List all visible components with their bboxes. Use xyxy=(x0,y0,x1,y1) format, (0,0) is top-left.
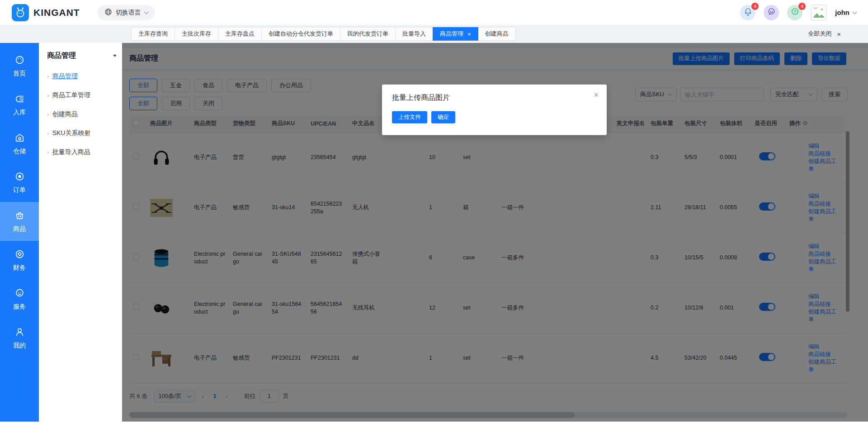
chevron-down-icon xyxy=(144,9,148,14)
sidebar-item-商品管理[interactable]: ›商品管理 xyxy=(47,72,122,80)
messages-button[interactable] xyxy=(764,5,779,20)
tab-label: 主批次库存 xyxy=(182,30,211,38)
sidebar-item-label: 批量导入商品 xyxy=(52,148,90,156)
sidebar-item-创建商品[interactable]: ›创建商品 xyxy=(47,110,122,118)
help-badge: 4 xyxy=(798,3,806,10)
username: john xyxy=(835,9,849,16)
app-header: KINGANT 切换语言 4 ? 4 john xyxy=(0,0,868,25)
close-all-tabs-button[interactable]: 全部关闭 × xyxy=(808,30,841,38)
chevron-right-icon: › xyxy=(47,130,49,137)
rail-item-label: 财务 xyxy=(13,264,26,272)
modal-title: 批量上传商品图片 xyxy=(392,93,597,103)
globe-icon xyxy=(104,8,112,17)
collapse-caret-icon xyxy=(113,55,117,57)
primary-nav-rail: 首页入库仓储订单商品财务服务我的 xyxy=(0,43,39,422)
rail-item-label: 仓储 xyxy=(13,147,26,155)
tab-批量导入[interactable]: 批量导入 xyxy=(395,27,433,41)
products-icon xyxy=(14,210,25,222)
sidebar-item-label: 商品工单管理 xyxy=(52,91,90,99)
rail-item-服务[interactable]: 服务 xyxy=(0,280,39,319)
confirm-button[interactable]: 确定 xyxy=(431,111,455,123)
inbound-icon xyxy=(14,94,25,105)
user-menu[interactable]: john xyxy=(835,9,856,16)
rail-item-label: 商品 xyxy=(13,225,26,233)
sidebar-item-SKU关系映射[interactable]: ›SKU关系映射 xyxy=(47,129,122,137)
question-icon: ? xyxy=(791,7,799,18)
chat-icon xyxy=(767,7,776,18)
tab-主批次库存[interactable]: 主批次库存 xyxy=(175,27,218,41)
finance-icon xyxy=(14,249,25,261)
help-button[interactable]: ? 4 xyxy=(787,5,802,20)
rail-item-label: 订单 xyxy=(13,186,26,194)
language-label: 切换语言 xyxy=(116,9,141,17)
tab-label: 我的代发货订单 xyxy=(347,30,388,38)
sidebar-section-title[interactable]: 商品管理 xyxy=(47,51,122,61)
warehouse-icon xyxy=(14,132,25,144)
service-icon xyxy=(14,288,25,300)
tab-label: 批量导入 xyxy=(402,30,426,38)
rail-item-label: 入库 xyxy=(13,108,26,117)
user-avatar[interactable] xyxy=(811,5,827,21)
rail-item-label: 服务 xyxy=(13,303,26,311)
tab-创建商品[interactable]: 创建商品 xyxy=(478,27,516,41)
chevron-right-icon: › xyxy=(47,92,49,99)
upload-file-button[interactable]: 上传文件 xyxy=(392,111,427,123)
tab-主库存查询[interactable]: 主库存查询 xyxy=(131,27,175,41)
notification-badge: 4 xyxy=(751,3,759,10)
bell-icon xyxy=(744,7,752,18)
bottom-strip xyxy=(0,422,868,427)
tab-close-icon[interactable]: × xyxy=(467,31,471,38)
tab-label: 创建自动分仓代发货订单 xyxy=(269,30,333,38)
chevron-right-icon: › xyxy=(47,111,49,118)
chevron-right-icon: › xyxy=(47,73,49,80)
tab-strip: 主库存查询主批次库存主库存盘点创建自动分仓代发货订单我的代发货订单批量导入商品管… xyxy=(0,25,868,43)
chevron-down-icon xyxy=(853,9,857,14)
rail-item-label: 我的 xyxy=(13,342,26,350)
tab-商品管理[interactable]: 商品管理× xyxy=(433,27,478,41)
language-switcher[interactable]: 切换语言 xyxy=(97,5,155,20)
rail-item-财务[interactable]: 财务 xyxy=(0,241,39,280)
tab-我的代发货订单[interactable]: 我的代发货订单 xyxy=(340,27,396,41)
page-content: 商品管理 批量上传商品图片打印商品条码删除导出数据 全部五金食品电子产品办公用品… xyxy=(122,43,868,422)
brand-wordmark: KINGANT xyxy=(33,7,80,18)
rail-item-首页[interactable]: 首页 xyxy=(0,47,39,85)
tab-主库存盘点[interactable]: 主库存盘点 xyxy=(218,27,262,41)
tab-label: 主库存查询 xyxy=(138,30,168,38)
rail-item-商品[interactable]: 商品 xyxy=(0,202,39,241)
rail-item-仓储[interactable]: 仓储 xyxy=(0,124,39,163)
close-all-label: 全部关闭 xyxy=(808,30,831,38)
tab-创建自动分仓代发货订单[interactable]: 创建自动分仓代发货订单 xyxy=(261,27,340,41)
secondary-sidebar: 商品管理 ›商品管理›商品工单管理›创建商品›SKU关系映射›批量导入商品 xyxy=(39,43,122,422)
svg-text:?: ? xyxy=(793,9,796,14)
batch-upload-modal: 批量上传商品图片 × 上传文件 确定 xyxy=(382,84,607,135)
profile-icon xyxy=(14,327,25,338)
sidebar-item-label: SKU关系映射 xyxy=(52,129,91,137)
sidebar-title-label: 商品管理 xyxy=(47,51,76,61)
modal-close-icon[interactable]: × xyxy=(594,91,599,99)
home-icon xyxy=(14,55,25,66)
chevron-right-icon: › xyxy=(47,149,49,156)
sidebar-item-批量导入商品[interactable]: ›批量导入商品 xyxy=(47,148,122,156)
orders-icon xyxy=(14,171,25,183)
sidebar-item-商品工单管理[interactable]: ›商品工单管理 xyxy=(47,91,122,99)
tab-label: 创建商品 xyxy=(485,30,509,38)
sidebar-item-label: 商品管理 xyxy=(52,72,78,80)
rail-item-入库[interactable]: 入库 xyxy=(0,85,39,124)
rail-item-订单[interactable]: 订单 xyxy=(0,163,39,202)
notifications-button[interactable]: 4 xyxy=(740,5,755,20)
tab-label: 商品管理 xyxy=(440,30,463,38)
close-icon: × xyxy=(837,30,841,38)
tab-label: 主库存盘点 xyxy=(225,30,255,38)
rail-item-我的[interactable]: 我的 xyxy=(0,319,39,357)
sidebar-item-label: 创建商品 xyxy=(52,110,78,118)
brand-logo-icon xyxy=(12,4,29,21)
rail-item-label: 首页 xyxy=(13,70,26,78)
